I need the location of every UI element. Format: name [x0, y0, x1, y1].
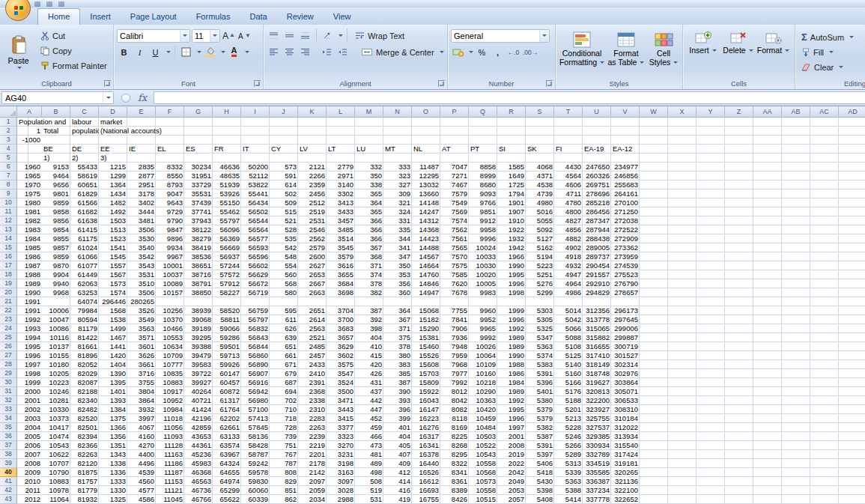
- cell-F28[interactable]: 10777: [156, 360, 184, 369]
- cell-F29[interactable]: 10835: [156, 369, 184, 378]
- cell-AD23[interactable]: [839, 315, 865, 324]
- cell-AB41[interactable]: [782, 477, 810, 486]
- cell-E24[interactable]: 3563: [127, 324, 156, 333]
- cell-S17[interactable]: 5223: [526, 261, 554, 270]
- cell-AD26[interactable]: [839, 342, 865, 351]
- font-color-dropdown-arrow[interactable]: [245, 51, 249, 53]
- cell-AA14[interactable]: [753, 234, 782, 243]
- cell-J19[interactable]: 568: [270, 279, 298, 288]
- cell-Q13[interactable]: 9958: [469, 225, 497, 234]
- cell-Y17[interactable]: [696, 261, 725, 270]
- insert-function-button[interactable]: fx: [135, 92, 150, 103]
- cell-D17[interactable]: 1557: [99, 261, 127, 270]
- borders-button[interactable]: [179, 46, 193, 59]
- cell-L23[interactable]: 3700: [327, 315, 355, 324]
- cell-X4[interactable]: [668, 145, 696, 154]
- cell-A16[interactable]: 1986: [17, 252, 42, 261]
- cell-T42[interactable]: 5388: [554, 486, 583, 495]
- cell-D26[interactable]: 1441: [99, 342, 127, 351]
- cell-C42[interactable]: 81779: [70, 486, 99, 495]
- cell-W24[interactable]: [640, 324, 668, 333]
- cell-S34[interactable]: 5379: [526, 414, 554, 423]
- row-header-8[interactable]: 8: [0, 180, 17, 189]
- cell-V18[interactable]: 275523: [611, 270, 640, 279]
- cell-P40[interactable]: 8341: [440, 468, 469, 477]
- row-header-36[interactable]: 36: [0, 432, 17, 441]
- row-header-43[interactable]: 43: [0, 495, 17, 504]
- cell-I23[interactable]: 56797: [241, 315, 270, 324]
- cell-X3[interactable]: [668, 136, 696, 145]
- cell-AD3[interactable]: [839, 136, 865, 145]
- paste-button[interactable]: Paste: [2, 27, 34, 76]
- cell-F22[interactable]: 10256: [156, 306, 184, 315]
- cell-AC34[interactable]: [810, 414, 839, 423]
- row-header-26[interactable]: 26: [0, 342, 17, 351]
- cell-R29[interactable]: 1986: [497, 369, 526, 378]
- cell-J34[interactable]: 718: [270, 414, 298, 423]
- cell-S24[interactable]: 5325: [526, 324, 554, 333]
- cell-U25[interactable]: 315882: [583, 333, 611, 342]
- cell-A24[interactable]: 1993: [17, 324, 42, 333]
- cell-J15[interactable]: 542: [270, 243, 298, 252]
- fill-button[interactable]: Fill: [798, 45, 865, 59]
- cell-B14[interactable]: 9855: [42, 234, 70, 243]
- cell-L10[interactable]: 3413: [327, 198, 355, 207]
- cell-AB24[interactable]: [782, 324, 810, 333]
- accounting-dropdown-arrow[interactable]: [469, 51, 473, 53]
- cell-P26[interactable]: 7948: [440, 342, 469, 351]
- tab-home[interactable]: Home: [37, 8, 80, 25]
- cell-AB2[interactable]: [782, 127, 810, 136]
- cell-C1[interactable]: labour: [70, 118, 99, 127]
- row-header-41[interactable]: 41: [0, 477, 17, 486]
- cell-Q19[interactable]: 10005: [469, 279, 497, 288]
- cell-A37[interactable]: 2006: [17, 441, 42, 450]
- cell-Z17[interactable]: [725, 261, 753, 270]
- cell-U31[interactable]: 320813: [583, 387, 611, 396]
- cell-X43[interactable]: [668, 495, 696, 504]
- cell-M10[interactable]: 364: [355, 198, 383, 207]
- cell-F13[interactable]: 9847: [156, 225, 184, 234]
- cell-J5[interactable]: [270, 154, 298, 163]
- row-header-35[interactable]: 35: [0, 423, 17, 432]
- cell-F19[interactable]: 10089: [156, 279, 184, 288]
- cell-AA36[interactable]: [753, 432, 782, 441]
- cell-C5[interactable]: 2): [70, 154, 99, 163]
- cell-X28[interactable]: [668, 360, 696, 369]
- cell-T10[interactable]: 4780: [554, 198, 583, 207]
- cell-S43[interactable]: 5408: [526, 495, 554, 504]
- cell-T12[interactable]: 4827: [554, 216, 583, 225]
- font-color-button[interactable]: A: [227, 46, 241, 59]
- column-header-E[interactable]: E: [127, 106, 156, 118]
- cell-AC1[interactable]: [810, 118, 839, 127]
- save-icon[interactable]: [34, 1, 40, 7]
- cell-E8[interactable]: 2951: [127, 180, 156, 189]
- cell-L26[interactable]: 3629: [327, 342, 355, 351]
- bold-button[interactable]: B: [117, 46, 131, 59]
- cell-T1[interactable]: [554, 118, 583, 127]
- cell-D23[interactable]: 1538: [99, 315, 127, 324]
- cell-H43[interactable]: 65622: [213, 495, 241, 504]
- column-header-AB[interactable]: AB: [782, 106, 810, 118]
- cell-AB35[interactable]: [782, 423, 810, 432]
- cell-U4[interactable]: EA-19: [583, 145, 611, 154]
- cell-A20[interactable]: 1990: [17, 288, 42, 297]
- cell-J40[interactable]: 808: [270, 468, 298, 477]
- cell-A33[interactable]: 2002: [17, 405, 42, 414]
- cell-Y9[interactable]: [696, 189, 725, 198]
- cell-AC4[interactable]: [810, 145, 839, 154]
- cell-H27[interactable]: 59713: [213, 351, 241, 360]
- cell-H9[interactable]: 53926: [213, 189, 241, 198]
- cell-O17[interactable]: 14664: [412, 261, 440, 270]
- cell-G30[interactable]: 39927: [184, 378, 213, 387]
- cell-C33[interactable]: 82482: [70, 405, 99, 414]
- cell-M12[interactable]: 366: [355, 216, 383, 225]
- cell-AC29[interactable]: [810, 369, 839, 378]
- cell-R30[interactable]: 1984: [497, 378, 526, 387]
- cell-Q21[interactable]: [469, 297, 497, 306]
- cell-V43[interactable]: 322652: [611, 495, 640, 504]
- cell-H6[interactable]: 46636: [213, 163, 241, 171]
- cell-I42[interactable]: 60060: [241, 486, 270, 495]
- cell-R9[interactable]: 1794: [497, 189, 526, 198]
- cell-K9[interactable]: 2456: [298, 189, 327, 198]
- cell-U37[interactable]: 330934: [583, 441, 611, 450]
